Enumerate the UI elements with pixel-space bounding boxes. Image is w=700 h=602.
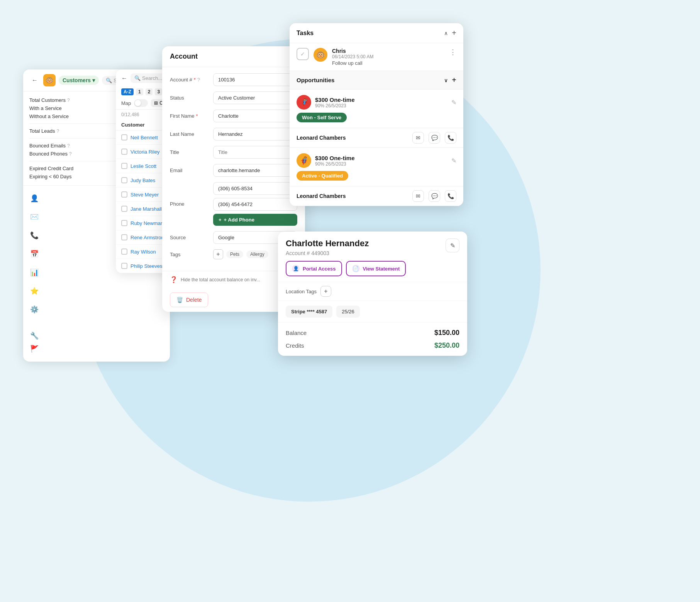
alpha-3-btn[interactable]: 3 xyxy=(155,88,162,95)
opp-details-1: $300 One-time 90% 26/5/2023 xyxy=(315,96,447,108)
contact-email-icon-2[interactable]: ✉ xyxy=(412,190,424,202)
row-checkbox[interactable] xyxy=(121,134,127,140)
map-label: Map xyxy=(121,100,131,106)
opp-edit-button-1[interactable]: ✎ xyxy=(451,99,456,106)
customer-name[interactable]: Ruby Newman xyxy=(131,220,163,226)
add-phone-button[interactable]: + + Add Phone xyxy=(213,214,297,226)
total-customers-info-icon[interactable]: ? xyxy=(67,98,70,103)
row-checkbox[interactable] xyxy=(121,163,127,169)
status-badge-won[interactable]: Won - Self Serve xyxy=(297,113,347,122)
bounced-phones-info-icon[interactable]: ? xyxy=(69,151,72,157)
first-name-required: * xyxy=(196,113,198,119)
task-avatar: 🐵 xyxy=(314,48,327,62)
account-number-row: Account # * ? xyxy=(170,73,297,86)
delete-button[interactable]: 🗑️ Delete xyxy=(170,293,208,307)
tasks-collapse-icon[interactable]: ∧ xyxy=(444,30,448,36)
map-toggle[interactable] xyxy=(134,99,148,107)
sidebar-icon-chart[interactable]: 📊 xyxy=(28,266,41,279)
row-checkbox[interactable] xyxy=(121,149,127,155)
phone1-input[interactable] xyxy=(213,182,297,195)
charlotte-account-number: Account # 449003 xyxy=(286,250,369,256)
customer-name[interactable]: Victoria Riley xyxy=(131,149,160,155)
row-checkbox[interactable] xyxy=(121,206,127,212)
customer-name[interactable]: Philip Steeves xyxy=(131,263,162,269)
view-statement-label: View Statement xyxy=(363,266,400,272)
customer-name[interactable]: Steve Meyer xyxy=(131,192,159,198)
sidebar-icon-email[interactable]: ✉️ xyxy=(28,210,41,223)
chevron-down-icon: ▾ xyxy=(92,77,95,83)
row-checkbox[interactable] xyxy=(121,263,127,269)
sidebar-icon-settings[interactable]: ⚙️ xyxy=(28,303,41,316)
alpha-1-btn[interactable]: 1 xyxy=(136,88,143,95)
alpha-2-btn[interactable]: 2 xyxy=(146,88,153,95)
phone2-input[interactable] xyxy=(213,198,297,211)
sidebar-icon-gear2[interactable]: 🔧 xyxy=(28,329,41,342)
portal-access-button[interactable]: 👤 Portal Access xyxy=(286,261,342,276)
customer-name[interactable]: Rene Armstrong xyxy=(131,235,167,240)
location-tag-add-button[interactable]: + xyxy=(320,286,331,297)
customer-name[interactable]: Neil Bennett xyxy=(131,135,158,140)
alpha-az-btn[interactable]: A-Z xyxy=(121,88,134,95)
opportunities-collapse-icon[interactable]: ∨ xyxy=(444,77,448,83)
credits-value: $250.00 xyxy=(434,342,459,350)
row-checkbox[interactable] xyxy=(121,220,127,226)
balance-row: Balance $150.00 xyxy=(286,326,459,339)
tag-allergy[interactable]: Allergy xyxy=(246,250,268,258)
status-row: Status xyxy=(170,91,297,104)
row-checkbox[interactable] xyxy=(121,234,127,240)
task-item: ✓ 🐵 Chris 06/14/2023 5:00 AM Follow up c… xyxy=(290,43,463,71)
bounced-emails-info-icon[interactable]: ? xyxy=(67,143,70,149)
tag-pets[interactable]: Pets xyxy=(226,250,243,258)
tasks-add-button[interactable]: + xyxy=(452,29,456,37)
tag-add-button[interactable]: + xyxy=(213,249,223,259)
delete-label: Delete xyxy=(186,297,202,303)
task-checkbox[interactable]: ✓ xyxy=(297,48,309,60)
status-input[interactable] xyxy=(213,91,297,104)
statement-icon: 📄 xyxy=(352,265,360,272)
charlotte-header: Charlotte Hernandez Account # 449003 ✎ xyxy=(278,232,467,261)
task-more-button[interactable]: ⋮ xyxy=(449,48,456,56)
tags-label: Tags xyxy=(170,252,208,257)
contact-chat-icon-2[interactable]: 💬 xyxy=(429,190,440,202)
status-badge-active[interactable]: Active - Qualified xyxy=(297,171,348,181)
opportunities-add-button[interactable]: + xyxy=(452,76,456,85)
status-label: Status xyxy=(170,95,208,101)
opp-meta-2: 90% 26/5/2023 xyxy=(315,161,447,167)
task-assignee-name: Chris xyxy=(332,48,445,54)
action-buttons: 👤 Portal Access 📄 View Statement xyxy=(278,261,467,282)
portal-access-label: Portal Access xyxy=(303,266,336,272)
portal-icon: 👤 xyxy=(292,265,300,272)
sidebar-icon-customers[interactable]: 👤 xyxy=(28,192,41,205)
row-checkbox[interactable] xyxy=(121,191,127,198)
last-name-input[interactable] xyxy=(213,128,297,140)
charlotte-edit-button[interactable]: ✎ xyxy=(446,238,459,252)
sidebar-icon-phone[interactable]: 📞 xyxy=(28,229,41,242)
customer-name[interactable]: Judy Bates xyxy=(131,178,155,183)
sidebar-icon-flag[interactable]: 🚩 xyxy=(28,342,41,355)
table-back-icon[interactable]: ← xyxy=(121,75,127,82)
account-number-info-icon[interactable]: ? xyxy=(197,77,200,83)
contact-chat-icon-1[interactable]: 💬 xyxy=(429,132,440,144)
view-statement-button[interactable]: 📄 View Statement xyxy=(346,261,406,276)
contact-phone-icon-2[interactable]: 📞 xyxy=(445,190,456,202)
customer-name[interactable]: Ray Wilson xyxy=(131,249,156,255)
contact-actions-1: ✉ 💬 📞 xyxy=(412,132,456,144)
email-input[interactable] xyxy=(213,164,297,177)
sidebar-icon-calendar[interactable]: 📅 xyxy=(28,247,41,260)
row-checkbox[interactable] xyxy=(121,177,127,183)
opp-edit-button-2[interactable]: ✎ xyxy=(451,157,456,164)
title-input[interactable] xyxy=(213,146,297,159)
credits-label: Credits xyxy=(286,342,304,349)
sidebar-icon-star[interactable]: ⭐ xyxy=(28,284,41,298)
leads-info-icon[interactable]: ? xyxy=(57,129,59,134)
customer-name[interactable]: Jane Marshall xyxy=(131,206,162,212)
customer-name[interactable]: Leslie Scott xyxy=(131,163,156,169)
row-checkbox[interactable] xyxy=(121,249,127,255)
credits-row: Credits $250.00 xyxy=(286,339,459,352)
customers-dropdown[interactable]: Customers ▾ xyxy=(59,76,99,85)
first-name-input[interactable] xyxy=(213,110,297,122)
account-number-input[interactable] xyxy=(213,73,297,86)
nav-back-button[interactable]: ← xyxy=(29,75,40,86)
contact-phone-icon-1[interactable]: 📞 xyxy=(445,132,456,144)
contact-email-icon-1[interactable]: ✉ xyxy=(412,132,424,144)
